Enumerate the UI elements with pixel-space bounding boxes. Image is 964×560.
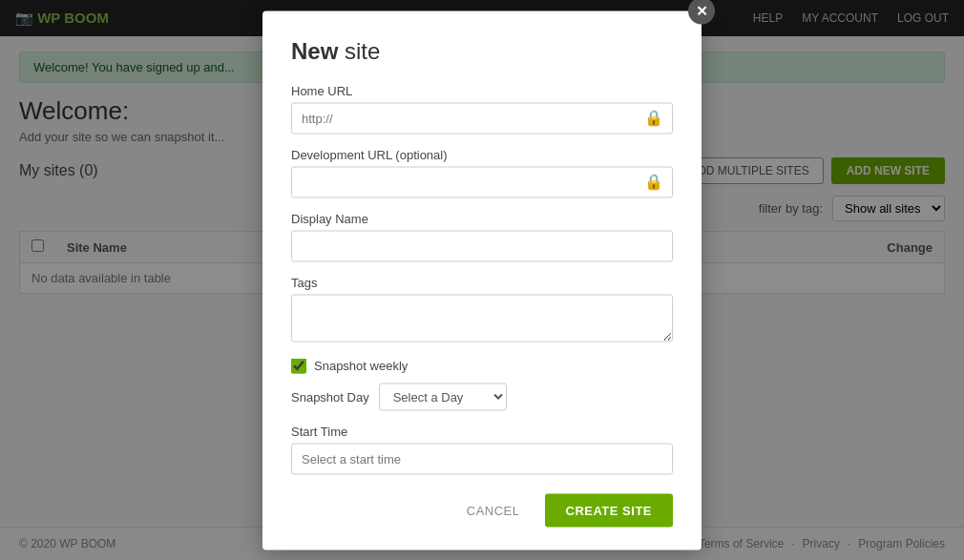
snapshot-weekly-label: Snapshot weekly xyxy=(314,359,408,373)
snapshot-day-select[interactable]: Select a Day Monday Tuesday Wednesday Th… xyxy=(379,383,507,410)
dev-url-lock-icon: 🔒 xyxy=(644,173,663,191)
modal-title: New site xyxy=(291,37,673,64)
display-name-input[interactable] xyxy=(291,230,673,261)
start-time-label: Start Time xyxy=(291,424,673,438)
home-url-input-wrapper: 🔒 xyxy=(291,102,673,134)
dev-url-input-wrapper: 🔒 xyxy=(291,166,673,197)
start-time-group: Start Time xyxy=(291,424,673,474)
tags-label: Tags xyxy=(291,275,673,289)
dev-url-label: Development URL (optional) xyxy=(291,147,673,161)
create-site-button[interactable]: CREATE SITE xyxy=(545,493,674,527)
display-name-group: Display Name xyxy=(291,211,673,261)
new-site-modal: ✕ New site Home URL 🔒 Development URL (o… xyxy=(262,10,702,550)
snapshot-weekly-checkbox[interactable] xyxy=(291,358,306,373)
snapshot-day-label: Snapshot Day xyxy=(291,389,369,404)
home-url-lock-icon: 🔒 xyxy=(644,109,663,127)
dev-url-group: Development URL (optional) 🔒 xyxy=(291,147,673,197)
snapshot-weekly-row: Snapshot weekly xyxy=(291,358,673,373)
home-url-group: Home URL 🔒 xyxy=(291,83,673,134)
start-time-input[interactable] xyxy=(291,443,673,474)
snapshot-day-row: Snapshot Day Select a Day Monday Tuesday… xyxy=(291,383,673,410)
home-url-input[interactable] xyxy=(291,102,673,134)
home-url-label: Home URL xyxy=(291,83,673,97)
cancel-button[interactable]: CANCEL xyxy=(453,493,534,527)
modal-footer: CANCEL CREATE SITE xyxy=(291,493,673,527)
dev-url-input[interactable] xyxy=(291,166,673,197)
tags-input[interactable] xyxy=(291,294,673,342)
tags-group: Tags xyxy=(291,275,673,344)
display-name-label: Display Name xyxy=(291,211,673,225)
